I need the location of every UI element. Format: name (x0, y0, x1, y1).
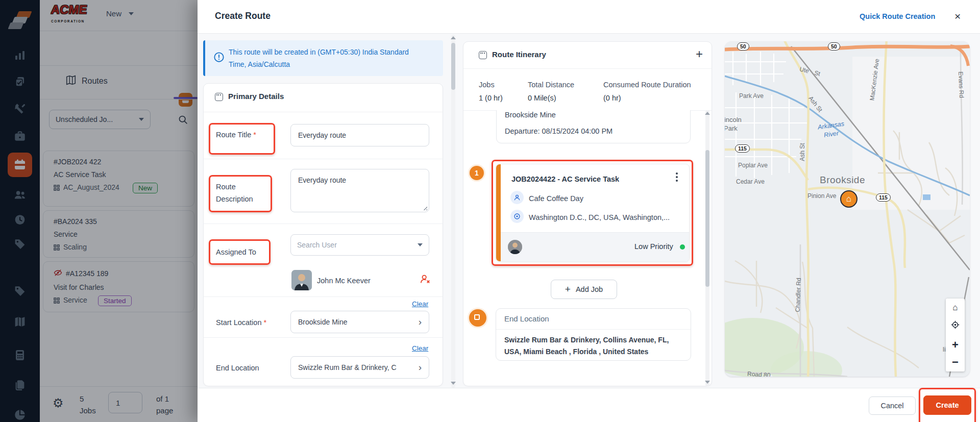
job-footer: Low Priority (501, 232, 689, 261)
quick-route-creation-link[interactable]: Quick Route Creation (860, 12, 935, 20)
map-label: Ash St (799, 143, 806, 161)
add-stop-icon[interactable]: + (696, 47, 703, 61)
map-controls: ⌂ + − (946, 299, 965, 371)
route-description-textarea[interactable]: Everyday route (290, 169, 429, 212)
map-label: Brookside (820, 175, 865, 186)
map-home-button[interactable]: ⌂ (946, 303, 965, 313)
start-location-label: Start Location * (216, 316, 266, 329)
end-stop-card[interactable]: End Location Swizzle Rum Bar & Drinkery,… (496, 308, 691, 361)
map-zoom-out-button[interactable]: − (946, 356, 965, 369)
start-stop-card[interactable]: Brookside Mine Departure: 08/15/2024 04:… (496, 110, 691, 143)
assignee-name: John Mc Keever (317, 275, 371, 287)
modal-footer (198, 388, 980, 422)
highway-shield: 50 (737, 42, 749, 51)
create-route-modal: Create Route Quick Route Creation × This… (198, 0, 980, 422)
section-icon (215, 93, 223, 101)
chevron-right-icon: › (419, 318, 422, 326)
route-description-label: Route Description (216, 181, 272, 205)
create-button[interactable]: Create (923, 395, 971, 415)
primary-details-card: Primary Details Route Title * Route Desc… (203, 83, 443, 386)
itinerary-scroll-area: Brookside Mine Departure: 08/15/2024 04:… (463, 110, 713, 386)
modal-title: Create Route (215, 11, 271, 21)
priority-bar (496, 164, 501, 261)
job-title: JOB2024422 - AC Service Task (511, 173, 619, 185)
itinerary-title: Route Itinerary (492, 50, 546, 59)
app-root: ACME CORPORATION New Routes Unscheduled … (0, 0, 980, 422)
add-job-button[interactable]: + Add Job (551, 280, 617, 299)
end-location-field[interactable]: Swizzle Rum Bar & Drinkery, C › (290, 356, 429, 379)
start-stop-name: Brookside Mine (505, 110, 556, 121)
stop-number-badge: 1 (470, 166, 484, 180)
form-scrollbar[interactable] (451, 35, 455, 388)
timezone-banner: This route will be created in (GMT+05:30… (203, 40, 443, 76)
stat-value: (0 hr) (603, 94, 621, 102)
itinerary-scrollbar[interactable] (705, 110, 709, 386)
highway-shield: 115 (876, 193, 891, 202)
stat-label: Total Distance (528, 81, 574, 89)
customer-icon (510, 191, 524, 204)
map-label: lincoln (725, 116, 742, 123)
clear-start-link[interactable]: Clear (412, 300, 428, 308)
assignee-select[interactable]: Search User (290, 234, 429, 256)
map-label: Poplar Ave (738, 162, 768, 169)
map-label: Park Ave (739, 92, 764, 100)
map-locate-button[interactable] (946, 319, 965, 331)
job-assignee-avatar (508, 240, 522, 254)
map-label: Chandler Rd (794, 278, 802, 312)
end-stop-badge (469, 309, 486, 327)
end-location-label: End Location (216, 362, 259, 374)
route-title-label: Route Title * (216, 129, 256, 141)
job-priority: Low Priority (634, 242, 673, 251)
end-stop-title: End Location (504, 314, 549, 323)
assignee-avatar (291, 270, 312, 290)
section-icon (479, 51, 487, 59)
plus-icon: + (565, 284, 571, 295)
start-location-marker[interactable]: ⌂ (840, 190, 857, 208)
end-stop-address: Swizzle Rum Bar & Drinkery, Collins Aven… (504, 334, 683, 358)
stat-value: 0 Mile(s) (528, 94, 556, 102)
map-zoom-in-button[interactable]: + (946, 338, 965, 352)
itinerary-job-card[interactable]: JOB2024422 - AC Service Task Cafe Coffee… (496, 164, 690, 262)
close-icon[interactable]: × (954, 11, 961, 21)
section-title: Primary Details (228, 92, 284, 101)
location-pin-icon (510, 210, 524, 223)
map-label: Road 80 (747, 370, 771, 377)
map-label: Park (725, 125, 738, 132)
clear-end-link[interactable]: Clear (412, 344, 428, 352)
stat-label: Jobs (479, 81, 495, 89)
job-address: Washington D.C., DC, USA, Washington,... (529, 211, 670, 224)
map-label: Cedar Ave (736, 178, 765, 185)
chevron-right-icon: › (419, 364, 422, 371)
route-itinerary-card: Route Itinerary + Jobs 1 (0 hr) Total Di… (463, 41, 712, 386)
map-label: Evans Rd (957, 71, 965, 98)
highway-shield: 50 (828, 42, 840, 51)
cancel-button[interactable]: Cancel (869, 396, 916, 415)
map-roads (725, 41, 970, 377)
modal-header: Create Route Quick Route Creation × (198, 0, 980, 34)
chevron-down-icon (418, 243, 423, 246)
route-title-input[interactable] (290, 124, 429, 146)
info-icon (213, 52, 225, 65)
kebab-menu-icon[interactable] (676, 172, 678, 175)
remove-user-icon[interactable] (420, 274, 431, 285)
highway-shield: 115 (735, 144, 750, 153)
stat-label: Consumed Route Duration (603, 81, 691, 89)
job-customer: Cafe Coffee Day (529, 192, 583, 205)
assigned-to-label: Assigned To (216, 246, 256, 258)
map-label: Pinion Ave (807, 192, 837, 200)
route-map[interactable]: 50 50 115 115 Park Ave lincoln Park Popl… (725, 41, 970, 377)
start-location-field[interactable]: Brookside Mine › (290, 311, 429, 333)
start-stop-departure: Departure: 08/15/2024 04:00 PM (505, 125, 612, 137)
priority-dot (680, 244, 685, 250)
stat-value: 1 (0 hr) (479, 94, 503, 102)
